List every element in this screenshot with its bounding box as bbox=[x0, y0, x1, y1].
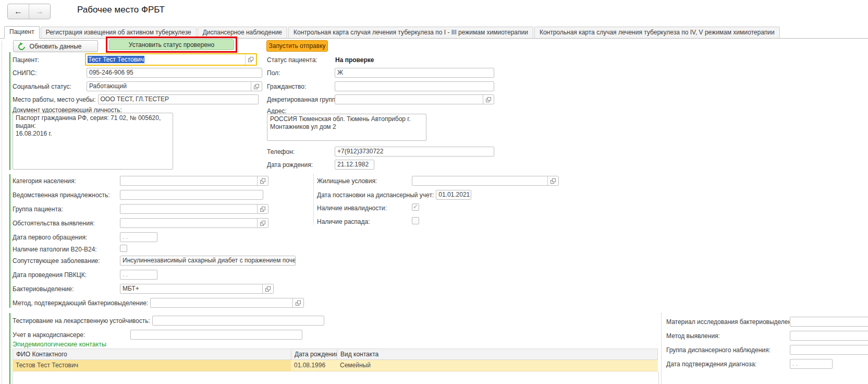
contacts-table-header: ФИО Контактного Дата рождения Вид контак… bbox=[13, 349, 658, 360]
detection-circumstances-input[interactable] bbox=[120, 218, 268, 228]
tab-patient[interactable]: Пациент bbox=[4, 26, 40, 39]
patient-choose-button[interactable] bbox=[245, 54, 256, 65]
population-category-input[interactable] bbox=[120, 176, 268, 186]
start-sending-label: Запустить отправку bbox=[268, 42, 325, 50]
decreed-group-input[interactable] bbox=[335, 94, 494, 104]
living-conditions-label: Жилищные условия: bbox=[317, 177, 377, 185]
tab-dispensary-observation[interactable]: Диспансерное наблюдение bbox=[198, 27, 287, 38]
contacts-table: ФИО Контактного Дата рождения Вид контак… bbox=[13, 349, 658, 371]
b20-pathology-label: Наличие патологии B20-B24: bbox=[13, 246, 97, 253]
birth-date-input[interactable]: 21.12.1982 bbox=[335, 160, 374, 170]
choose-icon bbox=[296, 301, 301, 306]
decay-checkbox[interactable] bbox=[412, 217, 419, 224]
patient-input[interactable]: Тест Тест Тестович bbox=[85, 53, 257, 66]
population-category-label: Категория населения: bbox=[13, 177, 76, 185]
contact-type-cell: Семейный bbox=[337, 360, 658, 371]
choose-icon bbox=[260, 221, 265, 226]
bacteria-choose-button[interactable] bbox=[262, 284, 273, 293]
refresh-data-button[interactable]: Обновить данные bbox=[13, 40, 98, 52]
citizenship-input[interactable] bbox=[335, 81, 494, 91]
pvkck-date-input[interactable]: . . bbox=[120, 270, 157, 280]
contact-name-cell: Тестов Тест Тестович bbox=[13, 360, 291, 371]
drug-resistance-input[interactable] bbox=[152, 316, 324, 326]
back-button[interactable]: ← bbox=[8, 4, 29, 19]
work-place-label: Место работы, место учебы: bbox=[13, 96, 96, 103]
tab-control-card-regimen-4-5[interactable]: Контрольная карта случая лечения туберку… bbox=[534, 27, 780, 38]
choose-icon bbox=[265, 286, 271, 292]
drug-resistance-row: Тестирование на лекарственную устойчивос… bbox=[13, 316, 324, 326]
patient-group-choose-button[interactable] bbox=[257, 205, 268, 213]
choose-icon bbox=[254, 84, 259, 89]
group-bar-3 bbox=[9, 313, 10, 384]
bacteria-method-choose-button[interactable] bbox=[292, 298, 303, 307]
page-title: Рабочее место ФРБТ bbox=[77, 5, 165, 15]
pvkck-date-label: Дата проведения ПВКЦК: bbox=[13, 271, 87, 279]
set-status-checked-button[interactable]: Установить статус проверено bbox=[109, 39, 234, 50]
detection-circumstances-choose-button[interactable] bbox=[257, 219, 268, 227]
panel-splitter[interactable] bbox=[661, 313, 662, 384]
citizenship-label: Гражданство: bbox=[267, 83, 306, 90]
group-bar-1 bbox=[9, 52, 10, 170]
comorbidity-input[interactable]: Инсулиннезависимый сахарный диабет с пор… bbox=[120, 256, 296, 266]
patient-label: Пациент: bbox=[13, 56, 39, 64]
snils-input[interactable]: 095-246-906 95 bbox=[87, 68, 262, 78]
choose-icon bbox=[260, 178, 265, 184]
column-header-contact-name[interactable]: ФИО Контактного bbox=[13, 349, 291, 360]
diagnosis-date-input[interactable]: . . bbox=[790, 359, 833, 369]
phone-input[interactable]: +7(912)3730722 bbox=[335, 147, 494, 157]
nav-button-group: ← → bbox=[7, 4, 51, 19]
social-status-choose-button[interactable] bbox=[251, 82, 262, 91]
bacteria-value: МБТ+ bbox=[123, 285, 139, 292]
department-input[interactable] bbox=[120, 190, 263, 200]
address-textarea[interactable]: РОССИЯ Тюменская обл. Тюмень Автоприбор … bbox=[267, 114, 426, 141]
living-conditions-input[interactable] bbox=[412, 176, 559, 186]
first-visit-date-input[interactable]: . . bbox=[120, 232, 157, 242]
set-status-checked-label: Установить статус проверено bbox=[129, 41, 214, 49]
column-splitter[interactable] bbox=[313, 174, 314, 224]
tab-tb-notice-registration[interactable]: Регистрация извещения об активном туберк… bbox=[41, 27, 197, 38]
detection-method-label: Метод выявления: bbox=[666, 332, 720, 340]
identity-doc-textarea[interactable]: Паспорт гражданина РФ, серия: 71 02, № 0… bbox=[13, 113, 173, 170]
bacteria-method-input[interactable] bbox=[150, 298, 304, 308]
patient-group-input[interactable] bbox=[120, 204, 268, 214]
decreed-group-choose-button[interactable] bbox=[483, 95, 494, 104]
detection-method-input[interactable] bbox=[790, 331, 868, 341]
decay-label: Наличие распада: bbox=[317, 218, 370, 225]
patient-value-selected: Тест Тест Тестович bbox=[88, 56, 144, 63]
refresh-icon bbox=[17, 42, 26, 51]
forward-icon: → bbox=[35, 7, 44, 16]
b20-pathology-checkbox[interactable] bbox=[120, 245, 127, 252]
disability-label: Наличие инвалидности: bbox=[317, 205, 387, 212]
table-row[interactable]: Тестов Тест Тестович 01.08.1996 Семейный bbox=[13, 360, 658, 371]
contact-birth-date-cell: 01.08.1996 bbox=[291, 360, 337, 371]
patient-status-value: На проверке bbox=[335, 56, 374, 64]
patient-status-label: Статус пациента: bbox=[267, 56, 317, 64]
bacteria-input[interactable]: МБТ+ bbox=[120, 284, 274, 294]
refresh-data-label: Обновить данные bbox=[30, 43, 82, 50]
dispensary-date-input[interactable]: 01.01.2021 bbox=[436, 190, 471, 200]
choose-icon bbox=[248, 57, 253, 62]
gender-value: Ж bbox=[337, 69, 343, 76]
bacteria-method-row: Метод, подтверждающий бактериовыделение: bbox=[13, 298, 304, 308]
start-sending-button[interactable]: Запустить отправку bbox=[266, 40, 328, 52]
gender-input[interactable]: Ж bbox=[335, 68, 494, 78]
group-bar-2 bbox=[9, 174, 10, 308]
column-header-contact-type[interactable]: Вид контакта bbox=[337, 349, 658, 360]
dispensary-group-input[interactable] bbox=[790, 345, 868, 355]
tab-control-card-regimen-1-3[interactable]: Контрольная карта случая лечения туберку… bbox=[288, 27, 533, 38]
material-input[interactable] bbox=[790, 317, 868, 327]
disability-checkbox[interactable] bbox=[412, 203, 419, 211]
epidemiological-contacts-title: Эпидемиологические контакты bbox=[13, 341, 106, 348]
narco-registry-input[interactable] bbox=[130, 330, 302, 340]
work-place-input[interactable]: ООО ТЕСТ, ГЛ.ТЕСТЕР bbox=[98, 94, 259, 104]
snils-label: СНИПС: bbox=[13, 69, 37, 77]
column-header-birth-date[interactable]: Дата рождения bbox=[291, 349, 337, 360]
form-left-edge bbox=[2, 41, 2, 384]
living-conditions-choose-button[interactable] bbox=[547, 176, 558, 185]
social-status-input[interactable]: Работающий bbox=[87, 81, 262, 91]
dispensary-date-row: Дата постановки на диспансерный учет: 01… bbox=[317, 190, 471, 200]
forward-button[interactable]: → bbox=[29, 4, 50, 19]
social-status-value: Работающий bbox=[89, 82, 127, 90]
diagnosis-date-value: . . bbox=[792, 360, 798, 367]
population-category-choose-button[interactable] bbox=[257, 176, 268, 185]
